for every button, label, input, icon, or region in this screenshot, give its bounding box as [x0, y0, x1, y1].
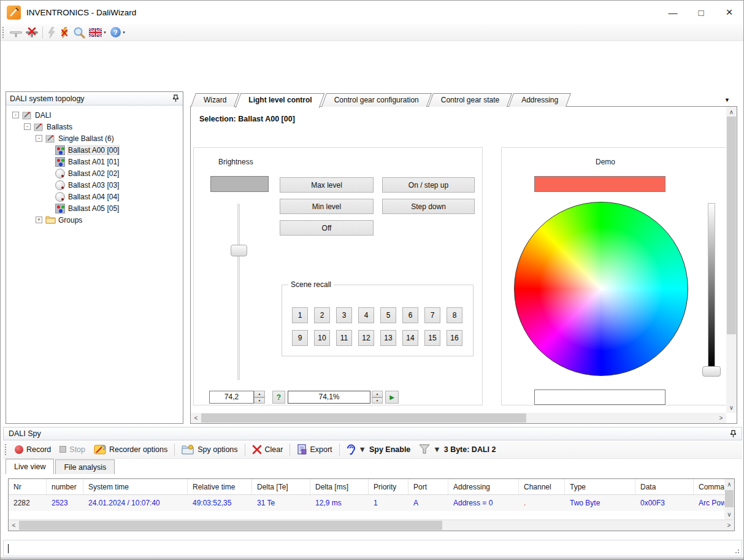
expander-icon[interactable]: - [24, 123, 31, 130]
scene-button-5[interactable]: 5 [380, 307, 396, 323]
tree-item-ballasts[interactable]: - Ballasts [6, 121, 183, 132]
col-header[interactable]: System time [83, 479, 188, 494]
scroll-right-icon[interactable]: > [724, 520, 734, 531]
col-header[interactable]: Delta [ms] [310, 479, 369, 494]
scene-button-16[interactable]: 16 [447, 330, 462, 346]
col-header[interactable]: Channel [519, 479, 565, 494]
content-vertical-scrollbar[interactable]: ∧ ∨ [726, 107, 737, 413]
brightness-percent-input[interactable]: 74,1% [288, 391, 370, 404]
record-button[interactable]: Record [10, 442, 55, 458]
clear-button[interactable]: Clear [248, 442, 288, 458]
off-button[interactable]: Off [280, 220, 374, 236]
col-header[interactable]: Nr [9, 479, 47, 494]
scrollbar-thumb[interactable] [19, 521, 442, 530]
tree-item-ballast-a03[interactable]: Ballast A03 [03] [6, 179, 183, 191]
col-header[interactable]: Data [635, 479, 694, 494]
tab-live-view[interactable]: Live view [6, 459, 54, 474]
resize-grip[interactable] [733, 547, 739, 553]
tree-item-ballast-a04[interactable]: Ballast A04 [04] [6, 191, 183, 202]
tree-item-dali[interactable]: - DALI [6, 109, 183, 121]
close-button[interactable]: × [715, 1, 743, 24]
tab-file-analysis[interactable]: File analysis [55, 459, 115, 474]
expander-icon[interactable]: + [36, 217, 42, 223]
col-header[interactable]: Relative time [188, 479, 252, 494]
tab-addressing[interactable]: Addressing [511, 93, 569, 107]
scene-button-14[interactable]: 14 [402, 330, 418, 346]
scrollbar-thumb[interactable] [201, 413, 526, 423]
col-header[interactable]: Delta [Te] [252, 479, 310, 494]
brightness-slider-thumb[interactable] [231, 245, 247, 256]
brightness-value-input[interactable]: 74,2 [209, 391, 254, 404]
pin-icon[interactable] [730, 430, 737, 438]
disconnect-button[interactable] [24, 25, 40, 40]
tree-item-groups[interactable]: + Groups [6, 214, 183, 226]
filter-button[interactable]: ▼ 3 Byte: DALI 2 [415, 442, 500, 458]
intensity-slider-thumb[interactable] [702, 366, 721, 377]
demo-text-field[interactable] [534, 389, 665, 405]
scene-button-8[interactable]: 8 [447, 307, 462, 323]
pin-icon[interactable] [172, 94, 179, 102]
table-vertical-scrollbar[interactable]: ∧ ∨ [724, 479, 734, 520]
scene-button-6[interactable]: 6 [402, 307, 418, 323]
recorder-options-button[interactable]: Recorder options [90, 442, 172, 458]
content-horizontal-scrollbar[interactable]: < > [191, 413, 726, 423]
scene-button-10[interactable]: 10 [314, 330, 330, 346]
scroll-up-icon[interactable]: ∧ [724, 479, 734, 489]
scene-button-2[interactable]: 2 [314, 307, 330, 323]
color-wheel[interactable] [514, 202, 688, 376]
scroll-up-icon[interactable]: ∧ [726, 107, 737, 117]
scrollbar-thumb[interactable] [727, 117, 736, 334]
minimize-button[interactable]: — [659, 1, 687, 24]
scroll-left-icon[interactable]: < [191, 413, 201, 423]
col-header[interactable]: number [47, 479, 83, 494]
scene-button-1[interactable]: 1 [292, 307, 308, 323]
language-button[interactable]: ▼ [87, 25, 109, 40]
scene-button-4[interactable]: 4 [358, 307, 374, 323]
scene-button-12[interactable]: 12 [358, 330, 374, 346]
scroll-left-icon[interactable]: < [9, 520, 19, 531]
col-header[interactable]: Addressing [448, 479, 519, 494]
stop-button[interactable]: Stop [55, 442, 90, 458]
on-step-up-button[interactable]: On / step up [382, 177, 475, 193]
status-bar[interactable] [3, 540, 742, 556]
tab-light-level-control[interactable]: Light level control [238, 93, 322, 107]
tab-control-gear-configuration[interactable]: Control gear configuration [324, 93, 429, 107]
apply-play-button[interactable]: ▶ [385, 391, 399, 404]
help-query-button[interactable]: ? [272, 391, 285, 404]
scroll-right-icon[interactable]: > [716, 413, 726, 423]
tree-item-ballast-a02[interactable]: Ballast A02 [02] [6, 167, 183, 179]
tab-list-dropdown[interactable]: ▼ [724, 97, 730, 103]
table-horizontal-scrollbar[interactable]: < > [9, 520, 734, 531]
col-header[interactable]: Port [408, 479, 448, 494]
brightness-slider-track[interactable] [237, 204, 240, 380]
scroll-down-icon[interactable]: ∨ [724, 509, 734, 520]
tab-control-gear-state[interactable]: Control gear state [431, 93, 510, 107]
help-button[interactable]: ? ▼ [109, 25, 128, 40]
tree-item-ballast-a00[interactable]: Ballast A00 [00] [6, 144, 183, 156]
toolbar-grip[interactable] [2, 27, 5, 38]
scene-button-11[interactable]: 11 [336, 330, 352, 346]
power-on-button[interactable] [45, 25, 58, 40]
scrollbar-thumb[interactable] [725, 490, 734, 507]
scene-button-7[interactable]: 7 [424, 307, 440, 323]
scene-button-13[interactable]: 13 [380, 330, 396, 346]
search-button[interactable] [71, 25, 87, 40]
connect-button[interactable] [8, 25, 24, 40]
brightness-value-spinner[interactable]: ▲▼ [254, 391, 265, 404]
scroll-down-icon[interactable]: ∨ [726, 402, 737, 413]
spy-enable-button[interactable]: ▼ Spy Enable [342, 442, 415, 458]
scene-button-9[interactable]: 9 [292, 330, 308, 346]
max-level-button[interactable]: Max level [280, 177, 374, 193]
min-level-button[interactable]: Min level [280, 199, 374, 214]
toolbar-grip[interactable] [5, 444, 7, 455]
tree-item-ballast-a01[interactable]: Ballast A01 [01] [6, 156, 183, 167]
step-down-button[interactable]: Step down [382, 199, 475, 214]
scene-button-3[interactable]: 3 [336, 307, 352, 323]
intensity-slider-track[interactable] [708, 203, 715, 367]
maximize-button[interactable]: □ [687, 1, 715, 24]
col-header[interactable]: Type [565, 479, 635, 494]
expander-icon[interactable]: - [36, 135, 42, 142]
table-row[interactable]: 2282 2523 24.01.2024 / 10:07:40 49:03:52… [9, 495, 724, 511]
brightness-percent-spinner[interactable]: ▲▼ [372, 391, 383, 404]
scene-button-15[interactable]: 15 [424, 330, 440, 346]
